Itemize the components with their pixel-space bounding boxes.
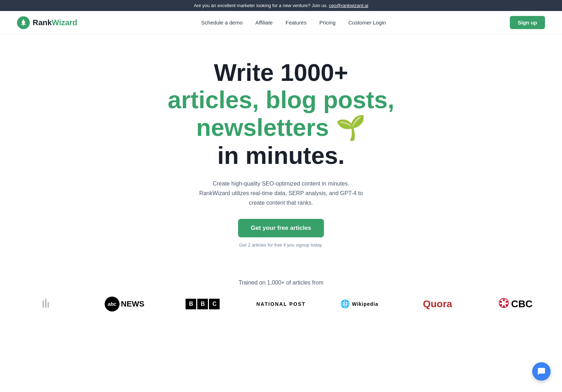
- national-post-text: National Post: [256, 301, 305, 307]
- svg-point-10: [500, 301, 502, 303]
- wiki-text: Wikipedia: [352, 301, 378, 307]
- svg-point-8: [503, 305, 505, 308]
- nav-schedule-demo[interactable]: Schedule a demo: [201, 20, 243, 26]
- bbc-c: C: [209, 299, 220, 309]
- abc-circle: abc: [105, 297, 120, 311]
- trained-section: Trained on 1,000+ of articles from abc N…: [0, 262, 562, 322]
- signup-button[interactable]: Sign up: [510, 16, 545, 29]
- hero-subtitle-line2: RankWizard utilizes real-time data, SERP…: [199, 190, 363, 196]
- svg-point-6: [506, 301, 508, 303]
- hero-note: Get 2 articles for free if you signup to…: [136, 242, 426, 248]
- bbc-b2: B: [197, 299, 208, 309]
- svg-rect-1: [43, 300, 44, 308]
- hero-title-line4: in minutes.: [136, 141, 426, 170]
- logo-bbc: B B C: [164, 299, 242, 309]
- nav-features[interactable]: Features: [286, 20, 307, 26]
- logo-wikipedia: 🌐 Wikipedia: [320, 299, 398, 309]
- nav-pricing[interactable]: Pricing: [319, 20, 336, 26]
- logo-partial: [7, 297, 86, 311]
- bbc-b1: B: [186, 299, 196, 309]
- banner-text: Are you an excellent marketer looking fo…: [194, 3, 327, 8]
- svg-point-5: [503, 299, 505, 301]
- cta-button[interactable]: Get your free articles: [238, 219, 324, 237]
- partial-bars-icon: [43, 297, 50, 311]
- logo-abc-news: abc NEWS: [86, 297, 164, 311]
- hero-section: Write 1000+ articles, blog posts, newsle…: [128, 34, 434, 262]
- nav-links: Schedule a demo Affiliate Features Prici…: [201, 20, 386, 26]
- abc-news-text: NEWS: [121, 299, 144, 309]
- svg-point-9: [500, 304, 502, 306]
- cbc-icon: [499, 298, 509, 308]
- cbc-gem-icon: [499, 298, 509, 310]
- wiki-globe-icon: 🌐: [340, 299, 350, 309]
- hero-subtitle: Create high-quality SEO-optimized conten…: [196, 179, 366, 208]
- hero-title-line3-text: newsletters 🌱: [196, 114, 366, 141]
- logo-national-post: National Post: [242, 301, 320, 307]
- logo-icon: [17, 16, 30, 29]
- hero-title-line3: newsletters 🌱: [136, 114, 426, 141]
- top-banner: Are you an excellent marketer looking fo…: [0, 0, 562, 11]
- navbar: RankWizard Schedule a demo Affiliate Fea…: [0, 11, 562, 34]
- logo-link[interactable]: RankWizard: [17, 16, 77, 29]
- nav-customer-login[interactable]: Customer Login: [348, 20, 386, 26]
- svg-rect-2: [45, 299, 46, 308]
- trained-label: Trained on 1,000+ of articles from: [7, 280, 555, 286]
- logo-quora: Quora: [398, 298, 477, 310]
- logo-cbc: CBC: [476, 298, 555, 310]
- hero-title-line1: Write 1000+: [136, 59, 426, 86]
- quora-text: Quora: [423, 298, 452, 310]
- svg-rect-3: [48, 302, 49, 308]
- hero-subtitle-line3: create content that ranks.: [249, 200, 313, 206]
- banner-email[interactable]: ceo@rankwizard.ai: [329, 3, 368, 8]
- hero-subtitle-line1: Create high-quality SEO-optimized conten…: [213, 181, 349, 187]
- svg-point-7: [506, 304, 508, 306]
- cbc-text: CBC: [511, 298, 533, 310]
- logo-text: RankWizard: [33, 18, 77, 27]
- logos-row: abc NEWS B B C National Post 🌐 Wikipedia…: [7, 297, 555, 311]
- hero-title-line2: articles, blog posts,: [136, 86, 426, 114]
- nav-affiliate[interactable]: Affiliate: [255, 20, 273, 26]
